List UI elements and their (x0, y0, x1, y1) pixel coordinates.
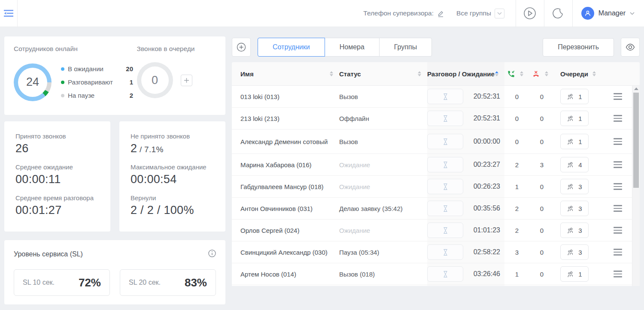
column-label: Имя (240, 70, 254, 78)
table-row[interactable]: Габдулвалеев Мансур (018) Ожидание 00:26… (232, 176, 640, 198)
stat-value: 00:00:54 (131, 173, 214, 186)
answered-count: 0 (504, 138, 529, 145)
stat-label: Среднее ожидание (15, 163, 99, 171)
hourglass-button[interactable] (427, 201, 463, 216)
agents-donut-chart: 24 (14, 63, 52, 101)
sidebar-toggle-button[interactable] (0, 0, 18, 27)
queue-donut-chart: 0 (137, 62, 173, 98)
table-row[interactable]: Свинцицкий Александр (030) Пауза (05:34)… (232, 241, 640, 263)
queues-badge[interactable]: 3 (560, 201, 589, 216)
table-row[interactable]: Артем Носов (014) Вызов (018) 03:26:46 1… (232, 263, 640, 285)
table-row[interactable]: Марина Хабарова (016) Ожидание 00:23:27 … (232, 154, 640, 176)
talk-wait-time: 00:00:00 (470, 129, 504, 153)
service-level-card: Уровень сервиса (SL) SL 10 сек. 72% SL 2… (4, 240, 225, 304)
answered-call-icon (507, 70, 515, 78)
hourglass-button[interactable] (427, 89, 463, 104)
queues-cell: 1 (554, 111, 595, 126)
talk-wait-time: 00:35:56 (470, 198, 504, 219)
add-queue-call-button[interactable] (181, 75, 192, 86)
column-header-status[interactable]: Статус (339, 62, 427, 85)
queues-badge[interactable]: 3 (560, 244, 589, 260)
groups-filter-select[interactable]: Все группы (456, 9, 504, 18)
row-menu-icon (614, 115, 622, 122)
hourglass-button[interactable] (427, 266, 463, 282)
people-icon (567, 138, 574, 145)
employee-name: Антон Овчинников (031) (240, 205, 339, 212)
people-icon (567, 161, 574, 169)
talk-cell (427, 263, 470, 285)
sort-icon[interactable] (330, 71, 333, 76)
table-toolbar: Сотрудники Номера Группы Перезвонить (232, 38, 640, 57)
visibility-button[interactable] (621, 38, 640, 57)
column-header-talk-wait[interactable]: Разговор / Ожидание (427, 62, 504, 85)
sort-icon[interactable] (545, 71, 548, 76)
queues-cell: 3 (554, 201, 595, 216)
sort-icon[interactable] (418, 71, 421, 76)
chevron-down-icon (630, 12, 635, 15)
legend-dot (61, 94, 64, 97)
table-row[interactable]: Антон Овчинников (031) Делаю заявку (35:… (232, 198, 640, 220)
table-row[interactable]: Сергиенко Анна (077) Ожидание 03:29:26 0… (232, 285, 640, 286)
column-header-answered[interactable] (504, 62, 529, 85)
tab-label: Сотрудники (273, 43, 310, 51)
missed-count: 0 (529, 183, 554, 190)
hourglass-button[interactable] (427, 244, 463, 260)
supervisor-phone-control[interactable]: Телефон супервизора: (363, 9, 444, 17)
queues-badge[interactable]: 1 (560, 134, 589, 149)
hourglass-icon (442, 227, 449, 234)
queues-badge[interactable]: 3 (560, 179, 589, 194)
dark-mode-button[interactable] (544, 0, 572, 27)
callback-button[interactable]: Перезвонить (543, 38, 614, 57)
column-header-name[interactable]: Имя (240, 62, 339, 85)
add-employee-button[interactable] (232, 38, 251, 57)
hourglass-button[interactable] (427, 134, 463, 149)
queues-badge[interactable]: 1 (560, 266, 589, 282)
table-row[interactable]: Александр Деменин сотовый Вызов 00:00:00… (232, 129, 640, 154)
tab-label: Группы (394, 43, 417, 51)
table-scrollbar[interactable] (632, 86, 640, 286)
table-body: 013 loki (013) Вызов 20:52:31 0 0 1 (232, 86, 640, 286)
edit-icon (437, 10, 444, 17)
playback-button[interactable] (516, 0, 544, 27)
table-row[interactable]: 213 loki (213) Оффлайн 20:52:31 0 0 1 (232, 108, 640, 129)
sort-icon[interactable] (592, 71, 596, 76)
sort-icon[interactable] (520, 71, 523, 76)
sort-icon-active[interactable] (495, 71, 498, 76)
people-icon (567, 271, 574, 278)
table-row[interactable]: Орлов Сергей (024) Ожидание 01:01:23 2 0… (232, 220, 640, 241)
queues-badge[interactable]: 1 (560, 89, 589, 104)
hourglass-button[interactable] (427, 111, 463, 126)
employee-status: Оффлайн (339, 115, 427, 122)
answered-count: 2 (504, 227, 529, 234)
accepted-stats-card: Принято звонков 26 Среднее ожидание 00:0… (4, 121, 110, 232)
column-header-missed[interactable] (529, 62, 554, 85)
column-header-queues[interactable]: Очереди (554, 62, 595, 85)
info-icon[interactable] (208, 250, 216, 259)
hourglass-button[interactable] (427, 179, 463, 194)
queues-badge[interactable]: 3 (560, 223, 589, 238)
stat-label: Не принято звонков (131, 132, 214, 140)
talk-wait-time: 00:23:27 (470, 154, 504, 175)
row-menu-icon (614, 205, 622, 212)
talk-cell (427, 108, 470, 129)
table-row[interactable]: 013 loki (013) Вызов 20:52:31 0 0 1 (232, 86, 640, 108)
hourglass-button[interactable] (427, 157, 463, 172)
queues-badge[interactable]: 4 (560, 157, 589, 172)
employee-name: Артем Носов (014) (240, 271, 339, 278)
user-menu[interactable]: Manager (573, 7, 644, 20)
scrollbar-thumb[interactable] (633, 93, 639, 188)
plus-circle-icon (237, 42, 246, 52)
stat-label: Принято звонков (15, 132, 99, 140)
hourglass-button[interactable] (427, 223, 463, 238)
moon-icon (553, 8, 564, 19)
scroll-up-icon[interactable] (632, 86, 640, 92)
tab-groups[interactable]: Группы (379, 38, 432, 57)
talk-cell (427, 176, 470, 197)
missed-count: 0 (529, 115, 554, 122)
sl20-box: SL 20 сек. 83% (120, 269, 216, 296)
legend-value: 1 (130, 78, 133, 86)
tab-numbers[interactable]: Номера (325, 38, 380, 57)
stat-value: 2 / 2 / 100% (131, 204, 214, 217)
queues-badge[interactable]: 1 (560, 111, 589, 126)
tab-employees[interactable]: Сотрудники (258, 38, 325, 57)
